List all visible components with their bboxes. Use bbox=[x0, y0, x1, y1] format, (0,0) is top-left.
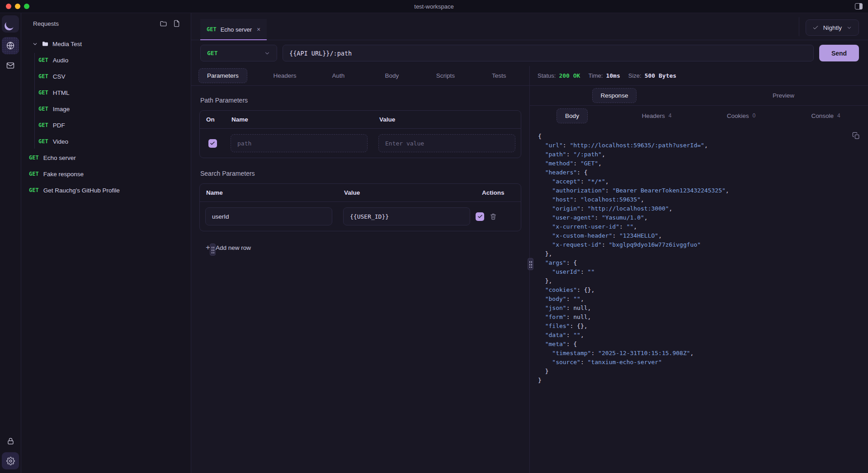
sidebar-resize-handle[interactable] bbox=[210, 244, 216, 256]
request-tab-strip: GET Echo server × Nightly bbox=[191, 13, 868, 40]
row-enabled-checkbox[interactable] bbox=[208, 139, 217, 148]
tree-request[interactable]: GETVideo bbox=[21, 133, 191, 150]
request-label: PDF bbox=[53, 122, 65, 129]
environment-selector[interactable]: Nightly bbox=[806, 19, 859, 36]
method-badge: GET bbox=[29, 171, 39, 177]
copy-icon bbox=[852, 132, 860, 140]
delete-row-button[interactable] bbox=[490, 213, 497, 220]
tab-body[interactable]: Body bbox=[530, 108, 614, 123]
tab-label: Auth bbox=[332, 72, 345, 79]
tree-folder[interactable]: Media Test bbox=[21, 36, 191, 52]
status-value: 200 OK bbox=[559, 72, 580, 79]
column-header-name: Name bbox=[225, 116, 373, 123]
rest-client-icon[interactable] bbox=[2, 37, 19, 54]
copy-response-button[interactable] bbox=[851, 131, 861, 142]
tab-response[interactable]: Response bbox=[530, 88, 699, 103]
search-value-input[interactable] bbox=[343, 207, 470, 225]
response-body-viewer: { "url": "http://localhost:59635/:path?u… bbox=[530, 126, 868, 473]
folder-icon bbox=[160, 20, 167, 28]
method-badge: GET bbox=[29, 155, 39, 161]
method-badge: GET bbox=[38, 138, 48, 145]
method-value: GET bbox=[207, 50, 217, 56]
tab-auth[interactable]: Auth bbox=[311, 72, 365, 79]
window-title: test-workspace bbox=[414, 3, 453, 10]
request-tab-echo-server[interactable]: GET Echo server × bbox=[200, 19, 267, 40]
tree-request[interactable]: GETFake response bbox=[21, 166, 191, 182]
tree-request[interactable]: GETPDF bbox=[21, 117, 191, 133]
send-button[interactable]: Send bbox=[819, 45, 859, 61]
close-tab-icon[interactable]: × bbox=[257, 26, 260, 33]
column-header-value: Value bbox=[373, 116, 521, 123]
environment-label: Nightly bbox=[823, 24, 842, 31]
chevron-down-icon bbox=[846, 25, 852, 31]
globe-icon bbox=[6, 41, 15, 50]
tab-label: Cookies bbox=[727, 112, 749, 119]
email-section-icon[interactable] bbox=[2, 59, 19, 72]
lock-button[interactable] bbox=[2, 434, 19, 448]
tree-request[interactable]: GETImage bbox=[21, 101, 191, 117]
minimize-window-button[interactable] bbox=[15, 4, 20, 9]
add-new-row-label: Add new row bbox=[216, 244, 251, 251]
close-window-button[interactable] bbox=[6, 4, 11, 9]
tab-label: Headers bbox=[642, 112, 665, 119]
request-label: Fake response bbox=[43, 171, 84, 178]
tab-label: Scripts bbox=[436, 72, 455, 79]
time-value: 10ms bbox=[606, 72, 620, 79]
check-icon bbox=[210, 140, 215, 146]
tab-parameters[interactable]: Parameters bbox=[198, 68, 247, 83]
folder-icon bbox=[42, 40, 49, 47]
main-area: GET Echo server × Nightly GET bbox=[191, 13, 868, 473]
tab-label: Tests bbox=[492, 72, 506, 79]
check-icon bbox=[812, 24, 819, 31]
request-label: Audio bbox=[53, 57, 69, 64]
tab-scripts[interactable]: Scripts bbox=[419, 72, 472, 79]
path-value-input[interactable] bbox=[378, 134, 515, 152]
window-controls bbox=[6, 0, 29, 13]
tab-preview[interactable]: Preview bbox=[699, 92, 868, 99]
new-request-button[interactable] bbox=[172, 19, 182, 28]
path-name-input[interactable] bbox=[231, 134, 368, 152]
tab-body[interactable]: Body bbox=[365, 72, 419, 79]
search-name-input[interactable] bbox=[205, 207, 332, 225]
chevron-down-icon bbox=[264, 50, 270, 56]
tab-label: Parameters bbox=[198, 68, 247, 83]
status-label: Status: bbox=[538, 72, 556, 79]
tree-request[interactable]: GETHTML bbox=[21, 84, 191, 101]
tab-cookies[interactable]: Cookies0 bbox=[699, 112, 783, 119]
panes-resize-handle[interactable] bbox=[528, 258, 533, 270]
row-enabled-checkbox[interactable] bbox=[476, 212, 484, 221]
column-header-actions: Actions bbox=[476, 189, 521, 196]
tree-request[interactable]: GETEcho server bbox=[21, 150, 191, 166]
path-parameter-row bbox=[200, 129, 521, 158]
method-select[interactable]: GET bbox=[200, 45, 277, 61]
app-logo-icon[interactable] bbox=[2, 15, 19, 33]
new-folder-button[interactable] bbox=[158, 19, 168, 28]
tab-console[interactable]: Console4 bbox=[783, 112, 868, 119]
url-input[interactable] bbox=[283, 45, 814, 61]
tree-request[interactable]: GETCSV bbox=[21, 68, 191, 84]
response-pane: Status: 200 OK Time: 10ms Size: 500 Byte… bbox=[530, 66, 868, 473]
request-label: CSV bbox=[53, 73, 66, 80]
method-badge: GET bbox=[207, 26, 217, 33]
request-tab-label: Echo server bbox=[221, 26, 252, 33]
column-header-name: Name bbox=[200, 189, 338, 196]
tab-label: Body bbox=[557, 108, 588, 123]
trash-icon bbox=[490, 213, 497, 220]
request-label: HTML bbox=[53, 89, 70, 96]
response-json: { "url": "http://localhost:59635/:path?u… bbox=[538, 132, 860, 385]
tab-count-badge: 4 bbox=[837, 112, 840, 119]
tab-headers[interactable]: Headers bbox=[258, 72, 311, 79]
app-window: test-workspace bbox=[0, 0, 868, 473]
search-parameters-title: Search Parameters bbox=[200, 170, 521, 177]
sidebar: Requests Media TestGETAudioGETCSVGETHTML… bbox=[21, 13, 191, 473]
tree-request[interactable]: GETAudio bbox=[21, 52, 191, 68]
tree-request[interactable]: GETGet Rauchg's GitHub Profile bbox=[21, 182, 191, 198]
zoom-window-button[interactable] bbox=[24, 4, 29, 9]
tab-tests[interactable]: Tests bbox=[472, 72, 526, 79]
size-label: Size: bbox=[628, 72, 642, 79]
settings-button[interactable] bbox=[2, 452, 19, 469]
tab-headers[interactable]: Headers4 bbox=[614, 112, 699, 119]
toggle-panel-icon[interactable] bbox=[855, 3, 863, 9]
check-icon bbox=[477, 214, 483, 219]
tab-label: Console bbox=[811, 112, 834, 119]
